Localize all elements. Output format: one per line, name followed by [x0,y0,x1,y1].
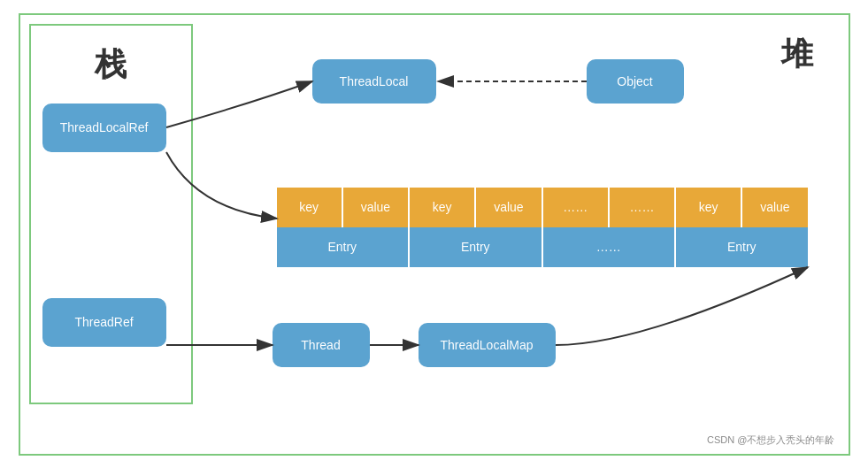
entry1: Entry [277,227,411,267]
object-box: Object [587,59,684,104]
cell-dots1: …… [543,188,610,227]
entry-bottom-row: Entry Entry …… Entry [277,227,808,267]
entry3: Entry [676,227,808,267]
entry-table: key value key value …… …… key value Entr… [277,188,808,267]
stack-box: 栈 [29,24,193,404]
threadlocalmap-box: ThreadLocalMap [419,323,556,367]
heap-label: 堆 [781,33,813,76]
entry-top-row: key value key value …… …… key value [277,188,808,227]
cell-dots2: …… [610,188,676,227]
cell-key3: key [676,188,742,227]
threadlocal-box: ThreadLocal [312,59,436,104]
entry2: Entry [410,227,543,267]
stack-label: 栈 [95,43,127,87]
cell-value1: value [343,188,410,227]
diagram-canvas: 栈 堆 ThreadLocalRef ThreadRef ThreadLocal… [19,13,850,456]
cell-value2: value [476,188,542,227]
watermark: CSDN @不想步入秃头的年龄 [707,433,834,447]
cell-key1: key [277,188,343,227]
entry-dots: …… [543,227,677,267]
thread-box: Thread [273,323,370,367]
cell-key2: key [410,188,476,227]
cell-value3: value [742,188,807,227]
threadlocalref-box: ThreadLocalRef [42,104,166,152]
threadref-box: ThreadRef [42,298,166,347]
